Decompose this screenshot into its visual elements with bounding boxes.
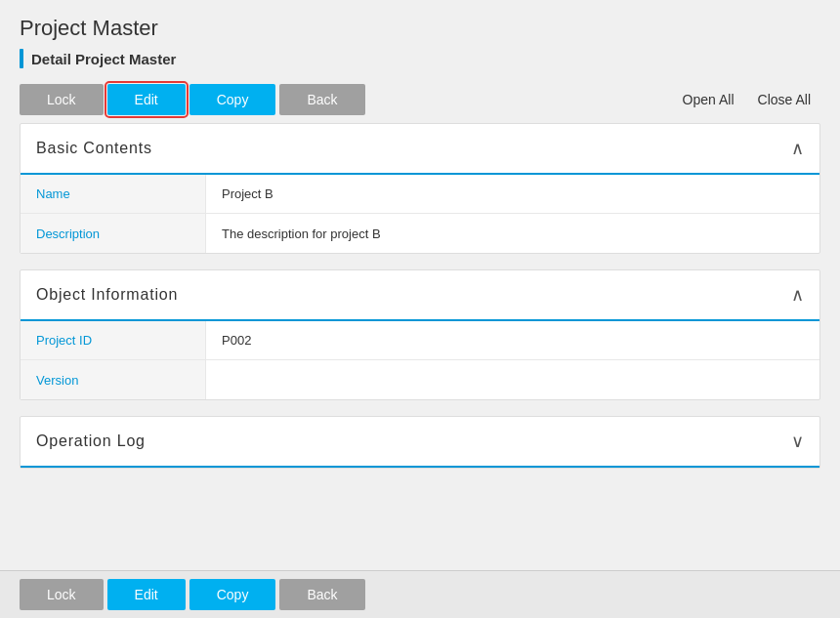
lock-button-bottom[interactable]: Lock	[20, 579, 104, 610]
open-all-button[interactable]: Open All	[673, 86, 744, 113]
copy-button-top[interactable]: Copy	[189, 84, 276, 115]
object-information-section: Object Information ∧ Project ID P002 Ver…	[20, 269, 820, 400]
content-area: Basic Contents ∧ Name Project B Descript…	[0, 123, 840, 533]
bottom-toolbar: Lock Edit Copy Back	[0, 570, 840, 618]
version-value	[206, 360, 819, 399]
object-information-header[interactable]: Object Information ∧	[21, 270, 819, 321]
page-title: Project Master	[20, 16, 820, 41]
basic-contents-chevron[interactable]: ∧	[791, 138, 804, 159]
close-all-button[interactable]: Close All	[748, 86, 820, 113]
object-information-body: Project ID P002 Version	[21, 321, 819, 399]
name-label: Name	[21, 175, 206, 213]
basic-contents-section: Basic Contents ∧ Name Project B Descript…	[20, 123, 820, 254]
object-information-title: Object Information	[36, 286, 178, 304]
description-value: The description for project B	[206, 214, 819, 253]
description-label: Description	[21, 214, 206, 253]
table-row: Project ID P002	[21, 321, 819, 360]
edit-button-bottom[interactable]: Edit	[107, 579, 186, 610]
project-id-value: P002	[206, 321, 819, 359]
table-row: Version	[21, 360, 819, 399]
project-id-label: Project ID	[21, 321, 206, 359]
basic-contents-body: Name Project B Description The descripti…	[21, 175, 819, 253]
operation-log-chevron[interactable]: ∨	[791, 431, 804, 452]
table-row: Name Project B	[21, 175, 819, 214]
operation-log-title: Operation Log	[36, 433, 146, 450]
operation-log-header[interactable]: Operation Log ∨	[21, 417, 819, 468]
name-value: Project B	[206, 175, 819, 213]
basic-contents-title: Basic Contents	[36, 140, 152, 157]
top-toolbar: Lock Edit Copy Back Open All Close All	[0, 76, 840, 123]
page-subtitle: Detail Project Master	[20, 49, 820, 68]
lock-button-top[interactable]: Lock	[20, 84, 104, 115]
version-label: Version	[21, 360, 206, 399]
back-button-bottom[interactable]: Back	[279, 579, 364, 610]
back-button-top[interactable]: Back	[279, 84, 364, 115]
object-information-chevron[interactable]: ∧	[791, 284, 804, 306]
basic-contents-header[interactable]: Basic Contents ∧	[21, 124, 819, 175]
page-header: Project Master Detail Project Master	[0, 0, 840, 76]
copy-button-bottom[interactable]: Copy	[189, 579, 276, 610]
operation-log-section: Operation Log ∨	[20, 416, 820, 469]
edit-button-top[interactable]: Edit	[107, 84, 186, 115]
table-row: Description The description for project …	[21, 214, 819, 253]
